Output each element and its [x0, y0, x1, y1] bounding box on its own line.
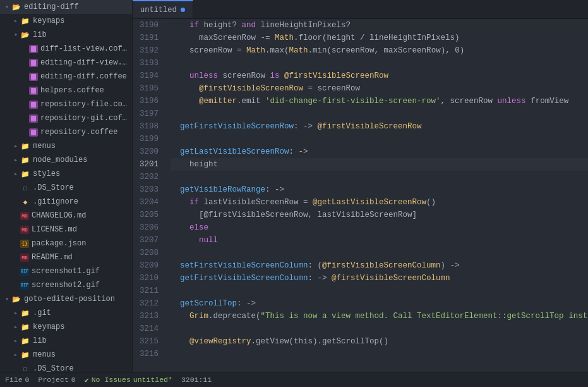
editor-tab[interactable]: untitled	[133, 0, 193, 18]
code-line: setFirstVisibleScreenColumn: (@firstVisi…	[171, 259, 588, 272]
sidebar-item-keymaps-folder-2[interactable]: ▸📁keymaps	[0, 320, 132, 334]
sidebar-item-diff-list-view[interactable]: diff-list-view.coffee	[0, 42, 132, 56]
code-line: null	[171, 234, 588, 247]
sidebar-item-label: screenshot2.gif	[32, 281, 129, 290]
file-status[interactable]: File 0	[5, 376, 30, 384]
code-line: [@firstVisibleScreenRow, lastVisibleScre…	[171, 209, 588, 221]
line-number: 3210	[138, 272, 160, 285]
file-count: 0	[25, 376, 30, 384]
sidebar-item-git-folder[interactable]: ▸📁.git	[0, 306, 132, 320]
coffee-file-icon	[29, 87, 38, 95]
sidebar-item-label: diff-list-view.coffee	[40, 44, 129, 53]
tree-arrow-editing-diff-folder: ▾	[3, 3, 11, 11]
project-status[interactable]: Project 0	[39, 376, 76, 384]
code-line: getScrollTop: ->	[171, 297, 588, 310]
sidebar-item-menus-folder-1[interactable]: ▸📁menus	[0, 139, 132, 153]
line-number: 3211	[138, 285, 160, 297]
code-line: @firstVisibleScreenRow = screenRow	[171, 82, 588, 95]
sidebar-item-label: README.md	[32, 253, 129, 262]
sidebar-item-label: helpers.coffee	[40, 86, 129, 95]
file-tree-sidebar[interactable]: ▾📂editing-diff▸📁keymaps▾📂lib diff-list-v…	[0, 0, 133, 372]
check-icon: ✔	[85, 376, 89, 384]
sidebar-item-package-json[interactable]: {}package.json	[0, 236, 132, 250]
tree-arrow-node-modules-folder: ▸	[11, 156, 20, 164]
sidebar-item-screenshot2[interactable]: GIFscreenshot2.gif	[0, 278, 132, 292]
folder-icon: 📁	[20, 337, 30, 345]
code-content[interactable]: if height? and lineHeightInPixels? maxSc…	[165, 19, 588, 372]
sidebar-item-changelog[interactable]: MDCHANGELOG.md	[0, 209, 132, 223]
sidebar-item-editing-diff-view[interactable]: editing-diff-view.coff	[0, 56, 132, 70]
sidebar-item-readme[interactable]: MDREADME.md	[0, 250, 132, 264]
folder-icon: 📁	[20, 323, 30, 331]
sidebar-item-label: repository-file.coffee	[40, 100, 129, 109]
folder-icon: 📂	[11, 3, 21, 11]
code-line: @emitter.emit 'did-change-first-visible-…	[171, 95, 588, 108]
tree-arrow-lib-folder: ▾	[11, 31, 20, 39]
tree-arrow-menus-folder-2: ▸	[11, 351, 20, 359]
sidebar-item-label: .DS_Store	[33, 183, 129, 192]
sidebar-item-ds-store-1[interactable]: ◻.DS_Store	[0, 181, 132, 195]
line-number: 3192	[138, 44, 160, 57]
code-line: height	[171, 158, 588, 171]
code-editor: 3190319131923193319431953196319731983199…	[133, 19, 588, 372]
md-file-icon: MD	[20, 254, 29, 262]
issues-status[interactable]: ✔ No Issues untitled*	[85, 376, 172, 384]
project-count: 0	[71, 376, 76, 384]
line-number: 3203	[138, 183, 160, 196]
md-file-icon: MD	[20, 226, 29, 234]
folder-icon: 📁	[20, 309, 30, 317]
sidebar-item-screenshot1[interactable]: GIFscreenshot1.gif	[0, 264, 132, 278]
line-number: 3194	[138, 70, 160, 82]
line-number: 3190	[138, 19, 160, 32]
status-filename: untitled*	[133, 376, 172, 384]
coffee-file-icon	[29, 101, 38, 109]
sidebar-item-helpers[interactable]: helpers.coffee	[0, 83, 132, 97]
sidebar-item-gitignore[interactable]: ◆.gitignore	[0, 195, 132, 209]
sidebar-item-license[interactable]: MDLICENSE.md	[0, 223, 132, 236]
code-line: if height? and lineHeightInPixels?	[171, 19, 588, 32]
tab-bar: untitled	[133, 0, 588, 19]
status-bar: File 0 Project 0 ✔ No Issues untitled* 3…	[0, 372, 588, 387]
sidebar-item-repository[interactable]: repository.coffee	[0, 125, 132, 139]
sidebar-item-styles-folder[interactable]: ▸📁styles	[0, 167, 132, 181]
sidebar-item-lib-folder-2[interactable]: ▸📁lib	[0, 334, 132, 348]
sidebar-item-menus-folder-2[interactable]: ▸📁menus	[0, 348, 132, 362]
coffee-file-icon	[29, 128, 38, 137]
code-line: getVisibleRowRange: ->	[171, 183, 588, 196]
sidebar-item-editing-diff[interactable]: editing-diff.coffee	[0, 70, 132, 83]
modified-indicator	[181, 8, 185, 12]
line-number: 3214	[138, 322, 160, 335]
line-number: 3204	[138, 196, 160, 209]
sidebar-item-label: lib	[33, 30, 129, 39]
json-file-icon: {}	[20, 240, 29, 248]
line-number: 3206	[138, 221, 160, 234]
coffee-file-icon	[29, 73, 38, 81]
tab-label: untitled	[140, 6, 177, 15]
line-number: 3205	[138, 209, 160, 221]
sidebar-item-repository-git[interactable]: repository-git.coffee	[0, 111, 132, 125]
sidebar-item-editing-diff-folder[interactable]: ▾📂editing-diff	[0, 0, 132, 14]
line-number: 3215	[138, 335, 160, 348]
line-number: 3191	[138, 32, 160, 44]
sidebar-item-repository-file[interactable]: repository-file.coffee	[0, 97, 132, 111]
sidebar-item-label: goto-edited-position	[24, 295, 129, 304]
sidebar-item-ds-store-2[interactable]: ◻.DS_Store	[0, 362, 132, 372]
cursor-position[interactable]: 3201:11	[181, 376, 212, 384]
code-line: getFirstVisibleScreenRow: -> @firstVisib…	[171, 120, 588, 133]
tree-arrow-goto-edited-folder: ▾	[3, 295, 11, 303]
code-line	[171, 322, 588, 335]
sidebar-item-keymaps-folder-1[interactable]: ▸📁keymaps	[0, 14, 132, 28]
code-line: @viewRegistry.getView(this).getScrollTop…	[171, 335, 588, 348]
sidebar-item-lib-folder[interactable]: ▾📂lib	[0, 28, 132, 42]
file-label: File	[5, 376, 23, 384]
line-number: 3207	[138, 234, 160, 247]
sidebar-item-node-modules-folder[interactable]: ▸📁node_modules	[0, 153, 132, 167]
coffee-file-icon	[29, 114, 38, 123]
sidebar-item-label: repository.coffee	[40, 128, 129, 137]
sidebar-item-goto-edited-folder[interactable]: ▾📂goto-edited-position	[0, 292, 132, 306]
sidebar-item-label: styles	[33, 169, 129, 178]
line-number: 3196	[138, 95, 160, 108]
tree-arrow-styles-folder: ▸	[11, 170, 20, 178]
folder-icon: 📁	[20, 142, 30, 150]
code-line	[171, 108, 588, 120]
